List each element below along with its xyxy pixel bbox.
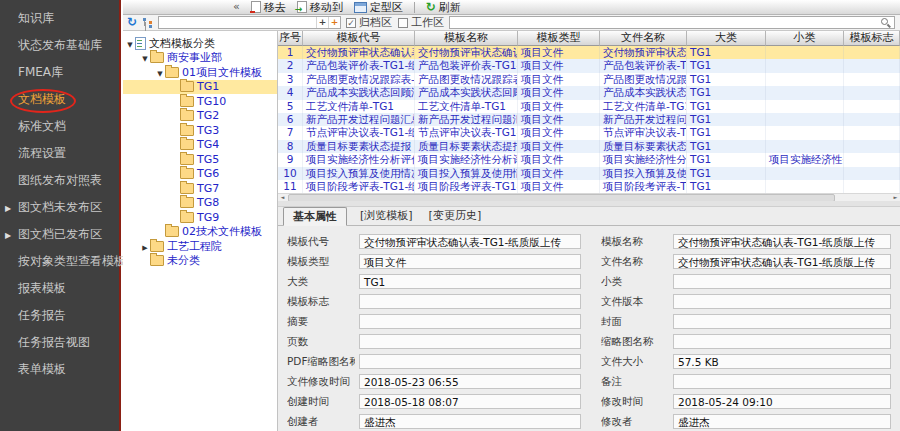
tree-view-icon[interactable]: [142, 17, 153, 28]
field-input[interactable]: 交付物预评审状态确认表-TG1-纸质版上传: [673, 234, 891, 249]
table-row[interactable]: 3产品图更改情况跟踪表-TG1产品图更改情况跟踪表-TG1项目文件产品图更改情况…: [278, 73, 900, 86]
tree-node[interactable]: 商安事业部: [123, 51, 277, 66]
expand-all-button[interactable]: [316, 17, 328, 28]
scroll-right-icon[interactable]: [891, 194, 900, 201]
tree-search-input[interactable]: [159, 18, 316, 28]
table-row[interactable]: 11项目阶段考评表-TG1-纸质版...项目阶段考评表-TG1-纸质...项目文…: [278, 180, 900, 193]
field-input[interactable]: TG1: [359, 274, 581, 289]
table-search-input[interactable]: [450, 18, 878, 28]
remove-doc-button[interactable]: 移去: [251, 1, 286, 14]
refresh-green-button[interactable]: 刷新: [426, 1, 461, 14]
checkbox-icon[interactable]: [398, 18, 408, 28]
field-input[interactable]: [359, 314, 581, 329]
tree-node[interactable]: TG4: [123, 138, 277, 153]
table-row[interactable]: 2产品包装评价表-TG1-纸质版...产品包装评价表-TG1-纸质...项目文件…: [278, 59, 900, 72]
table-row[interactable]: 5工艺文件清单-TG1工艺文件清单-TG1项目文件工艺文件清单-TG1.xlsT…: [278, 100, 900, 113]
tree-node[interactable]: TG1: [123, 80, 277, 95]
table-row[interactable]: 4产品成本实践状态回顾汇总...产品成本实践状态回顾汇总...项目文件产品成本实…: [278, 86, 900, 99]
tree-node[interactable]: 01项目文件模板: [123, 65, 277, 80]
sidebar-item[interactable]: 流程设置: [0, 140, 119, 167]
tree-node[interactable]: TG5: [123, 152, 277, 167]
column-header[interactable]: 大类: [687, 31, 766, 46]
field-input[interactable]: [359, 334, 581, 349]
column-header[interactable]: 模板类型: [518, 31, 600, 46]
table-cell: 4: [278, 86, 303, 99]
sidebar-item[interactable]: FMEA库: [0, 59, 119, 86]
tree-node[interactable]: 未分类: [123, 254, 277, 269]
tab-basic-properties[interactable]: 基本属性: [283, 207, 347, 226]
field-input[interactable]: 交付物预评审状态确认表-TG1-纸质版上传: [359, 234, 581, 249]
sidebar-item[interactable]: 图文档已发布区: [0, 221, 119, 248]
field-input[interactable]: [673, 314, 891, 329]
sidebar-item[interactable]: 文档模板: [0, 86, 119, 113]
tree-node[interactable]: 工艺工程院: [123, 239, 277, 254]
field-input[interactable]: 57.5 KB: [673, 354, 891, 369]
field-input[interactable]: [673, 294, 891, 309]
table-row[interactable]: 1交付物预评审状态确认表-TG...交付物预评审状态确认表-T...项目文件交付…: [278, 46, 900, 59]
checkbox-icon[interactable]: [346, 18, 356, 28]
field-input[interactable]: 2018-05-23 06:55: [359, 374, 581, 389]
sidebar-item[interactable]: 报表模板: [0, 275, 119, 302]
column-header[interactable]: 模板标志: [844, 31, 900, 46]
sidebar-item[interactable]: 按对象类型查看模板: [0, 248, 119, 275]
tree-toggle-icon[interactable]: [125, 37, 135, 50]
collapse-all-button[interactable]: [328, 17, 340, 28]
move-to-button[interactable]: 移动到: [297, 1, 343, 14]
table-cell: 新产品开发过程问题汇总及...: [600, 113, 687, 126]
field-input[interactable]: [673, 334, 891, 349]
tree-node[interactable]: 02技术文件模板: [123, 225, 277, 240]
table-row[interactable]: 8质量目标要素状态提报（汇...质量目标要素状态提报（汇...项目文件质量目标要…: [278, 140, 900, 153]
field-input[interactable]: [673, 274, 891, 289]
field-input[interactable]: 项目文件: [359, 254, 581, 269]
field-input[interactable]: [359, 294, 581, 309]
table-row[interactable]: 9项目实施经济性分析评估表-T...项目实施经济性分析评估表-...项目文件项目…: [278, 153, 900, 166]
tree-node[interactable]: TG10: [123, 94, 277, 109]
column-header[interactable]: 文件名称: [600, 31, 687, 46]
field-input[interactable]: 盛进杰: [673, 414, 891, 429]
tree-toggle-icon[interactable]: [155, 66, 165, 79]
field-input[interactable]: 盛进杰: [359, 414, 581, 429]
tree-node[interactable]: TG6: [123, 167, 277, 182]
horizontal-scrollbar[interactable]: [278, 193, 900, 201]
table-row[interactable]: 10项目投入预算及使用情况统...项目投入预算及使用情况统...项目文件项目投入…: [278, 167, 900, 180]
column-header[interactable]: 模板代号: [303, 31, 415, 46]
sidebar-item[interactable]: 标准文档: [0, 113, 119, 140]
field-input[interactable]: [673, 374, 891, 389]
tab-other[interactable]: [浏览模板]: [357, 206, 416, 225]
sidebar-item[interactable]: 任务报告: [0, 302, 119, 329]
tree-node-label: 01项目文件模板: [182, 65, 262, 80]
search-icon[interactable]: [881, 18, 891, 28]
column-header[interactable]: 模板名称: [415, 31, 518, 46]
field-input[interactable]: 2018-05-18 08:07: [359, 394, 581, 409]
table-cell: 项目投入预算及使用情况统...: [303, 167, 415, 180]
tree-toggle-icon[interactable]: [140, 240, 150, 253]
staging-area-button[interactable]: 定型区: [354, 1, 403, 14]
field-input[interactable]: 2018-05-24 09:10: [673, 394, 891, 409]
tree-toggle-icon[interactable]: [140, 51, 150, 64]
tree-node[interactable]: TG8: [123, 196, 277, 211]
table-row[interactable]: 7节点评审决议表-TG1-纸质版...节点评审决议表-TG1-纸质...项目文件…: [278, 126, 900, 139]
field-input[interactable]: [359, 354, 581, 369]
scroll-left-icon[interactable]: [278, 194, 287, 201]
sidebar-item[interactable]: 表单模板: [0, 356, 119, 383]
tree-node[interactable]: TG9: [123, 210, 277, 225]
tree-node[interactable]: TG2: [123, 109, 277, 124]
collapse-panel-icon[interactable]: [233, 1, 240, 13]
field-input[interactable]: 交付物预评审状态确认表-TG1-纸质版上传: [673, 254, 891, 269]
sidebar-item[interactable]: 图纸发布对照表: [0, 167, 119, 194]
folder-icon: [165, 226, 179, 237]
workspace-checkbox[interactable]: 工作区: [398, 15, 444, 30]
sidebar-item[interactable]: 图文档未发布区: [0, 194, 119, 221]
sidebar-item[interactable]: 状态发布基础库: [0, 32, 119, 59]
tree-node[interactable]: TG7: [123, 181, 277, 196]
table-row[interactable]: 6新产品开发过程问题汇总及...新产品开发过程问题汇总及...项目文件新产品开发…: [278, 113, 900, 126]
sidebar-item[interactable]: 知识库: [0, 5, 119, 32]
column-header[interactable]: 小类: [766, 31, 844, 46]
sidebar-item[interactable]: 任务报告视图: [0, 329, 119, 356]
tab-other[interactable]: [变更历史]: [426, 206, 485, 225]
tree-node[interactable]: 文档模板分类: [123, 36, 277, 51]
archive-checkbox[interactable]: 归档区: [346, 15, 392, 30]
tree-node[interactable]: TG3: [123, 123, 277, 138]
refresh-tree-icon[interactable]: [127, 16, 137, 29]
column-header[interactable]: 序号: [278, 31, 303, 46]
